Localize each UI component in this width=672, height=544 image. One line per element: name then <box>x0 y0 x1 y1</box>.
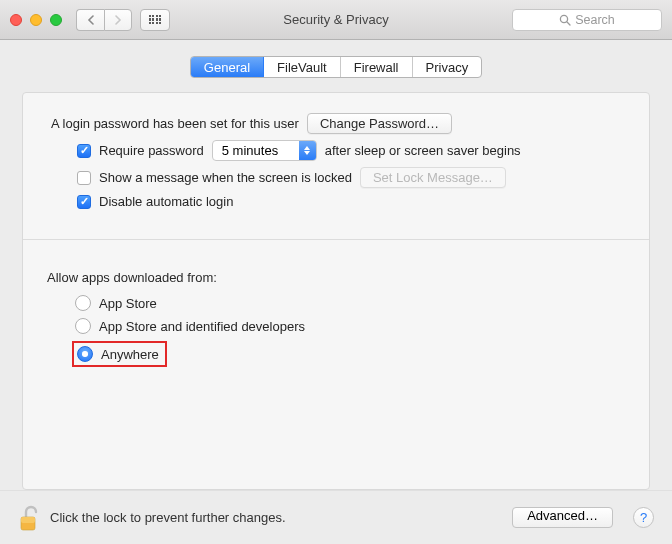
radio-row-appstore[interactable]: App Store <box>75 295 157 311</box>
tab-filevault[interactable]: FileVault <box>264 57 341 77</box>
help-button[interactable]: ? <box>633 507 654 528</box>
require-password-delay-value: 5 minutes <box>222 143 278 158</box>
radio-identified-label: App Store and identified developers <box>99 319 305 334</box>
svg-rect-3 <box>21 517 35 523</box>
chevron-right-icon <box>114 15 122 25</box>
minimize-window-button[interactable] <box>30 14 42 26</box>
lock-description: Click the lock to prevent further change… <box>50 510 286 525</box>
traffic-lights <box>10 14 62 26</box>
zoom-window-button[interactable] <box>50 14 62 26</box>
titlebar: Security & Privacy Search <box>0 0 672 40</box>
tab-firewall[interactable]: Firewall <box>341 57 413 77</box>
back-button[interactable] <box>76 9 104 31</box>
radio-row-identified[interactable]: App Store and identified developers <box>75 318 305 334</box>
radio-appstore[interactable] <box>75 295 91 311</box>
require-password-delay-popup[interactable]: 5 minutes <box>212 140 317 161</box>
content-area: General FileVault Firewall Privacy A log… <box>0 40 672 490</box>
footer: Click the lock to prevent further change… <box>0 490 672 544</box>
require-password-checkbox[interactable] <box>77 144 91 158</box>
divider <box>23 239 649 240</box>
search-input[interactable]: Search <box>512 9 662 31</box>
radio-anywhere-label: Anywhere <box>101 347 159 362</box>
svg-point-0 <box>561 15 568 22</box>
lock-icon[interactable] <box>18 504 40 532</box>
radio-appstore-label: App Store <box>99 296 157 311</box>
radio-identified[interactable] <box>75 318 91 334</box>
search-placeholder: Search <box>575 13 615 27</box>
close-window-button[interactable] <box>10 14 22 26</box>
grid-icon <box>149 15 162 24</box>
gatekeeper-radio-group: App Store App Store and identified devel… <box>75 295 625 367</box>
chevron-left-icon <box>87 15 95 25</box>
tab-group: General FileVault Firewall Privacy <box>190 56 482 78</box>
forward-button[interactable] <box>104 9 132 31</box>
require-password-after-label: after sleep or screen saver begins <box>325 143 521 158</box>
radio-row-anywhere[interactable]: Anywhere <box>72 341 167 367</box>
require-password-label: Require password <box>99 143 204 158</box>
disable-auto-login-label: Disable automatic login <box>99 194 233 209</box>
advanced-button[interactable]: Advanced… <box>512 507 613 528</box>
stepper-arrows-icon <box>299 141 316 160</box>
show-message-label: Show a message when the screen is locked <box>99 170 352 185</box>
show-all-button[interactable] <box>140 9 170 31</box>
password-set-label: A login password has been set for this u… <box>51 116 299 131</box>
general-panel: A login password has been set for this u… <box>22 92 650 490</box>
gatekeeper-section-label: Allow apps downloaded from: <box>47 270 625 285</box>
set-lock-message-button: Set Lock Message… <box>360 167 506 188</box>
disable-auto-login-checkbox[interactable] <box>77 195 91 209</box>
tab-privacy[interactable]: Privacy <box>413 57 482 77</box>
show-message-checkbox[interactable] <box>77 171 91 185</box>
search-icon <box>559 14 571 26</box>
change-password-button[interactable]: Change Password… <box>307 113 452 134</box>
svg-line-1 <box>567 22 570 25</box>
radio-anywhere[interactable] <box>77 346 93 362</box>
nav-buttons <box>76 9 132 31</box>
tab-general[interactable]: General <box>191 57 264 77</box>
preferences-window: Security & Privacy Search General FileVa… <box>0 0 672 544</box>
